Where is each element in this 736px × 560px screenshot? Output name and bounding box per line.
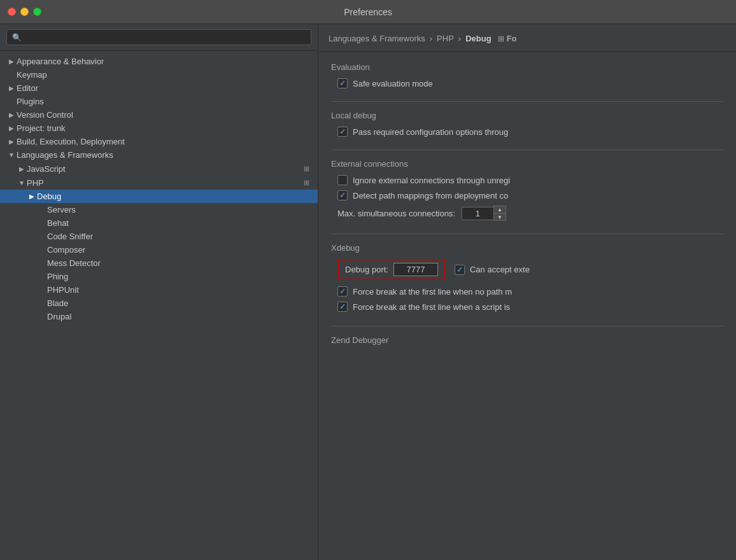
breadcrumb-partial: Fo	[507, 34, 517, 43]
safe-eval-label: Safe evaluation mode	[353, 79, 433, 88]
sidebar-item-label: Project: trunk	[17, 123, 66, 133]
sidebar-item-languages-frameworks[interactable]: ▼ Languages & Frameworks	[0, 148, 318, 162]
force-break-1-checkbox[interactable]	[337, 286, 348, 297]
max-simultaneous-row: Max. simultaneous connections: ▲ ▼	[331, 206, 723, 221]
spinner-down-button[interactable]: ▼	[494, 213, 506, 220]
zend-debugger-label: Zend Debugger	[331, 335, 723, 345]
external-connections-label: External connections	[331, 159, 723, 169]
sidebar-item-debug[interactable]: ▶ Debug	[0, 190, 318, 203]
sidebar-item-code-sniffer[interactable]: Code Sniffer	[0, 230, 318, 243]
sidebar: 🔍 ▶ Appearance & Behavior Keymap ▶ Edito…	[0, 24, 318, 560]
sidebar-item-composer[interactable]: Composer	[0, 243, 318, 256]
panel-header: Languages & Frameworks › PHP › Debug ⊞ F…	[318, 24, 736, 52]
debug-port-box: Debug port:	[337, 259, 446, 280]
detect-path-row: Detect path mappings from deployment co	[331, 190, 723, 200]
sidebar-item-label: Mess Detector	[47, 258, 101, 268]
sidebar-item-label: PHPUnit	[47, 285, 79, 295]
sidebar-item-appearance[interactable]: ▶ Appearance & Behavior	[0, 55, 318, 68]
pass-config-row: Pass required configuration options thro…	[331, 127, 723, 137]
safe-eval-checkbox[interactable]	[337, 78, 348, 88]
sidebar-item-label: Languages & Frameworks	[17, 150, 113, 160]
xdebug-section: Xdebug Debug port: Can accept exte For	[331, 243, 723, 313]
ignore-external-label: Ignore external connections through unre…	[353, 176, 510, 185]
breadcrumb-copy-icon: ⊞	[498, 34, 504, 43]
copy-icon: ⊞	[301, 178, 311, 188]
can-accept-label: Can accept exte	[470, 265, 530, 274]
sidebar-item-mess-detector[interactable]: Mess Detector	[0, 256, 318, 270]
max-sim-value[interactable]	[462, 207, 493, 220]
sidebar-item-phpunit[interactable]: PHPUnit	[0, 283, 318, 297]
debug-port-input[interactable]	[393, 263, 438, 276]
force-break-2-checkbox[interactable]	[337, 302, 348, 312]
sidebar-item-phing[interactable]: Phing	[0, 270, 318, 283]
local-debug-label: Local debug	[331, 111, 723, 120]
sidebar-item-label: Behat	[47, 218, 69, 228]
sidebar-item-blade[interactable]: Blade	[0, 297, 318, 310]
debug-port-label: Debug port:	[345, 265, 388, 274]
sidebar-item-label: Build, Execution, Deployment	[17, 137, 125, 146]
breadcrumb-sep1: ›	[430, 34, 432, 43]
sidebar-item-drupal[interactable]: Drupal	[0, 310, 318, 323]
close-button[interactable]	[8, 8, 16, 16]
maximize-button[interactable]	[33, 8, 41, 16]
force-break-2-row: Force break at the first line when a scr…	[331, 302, 723, 313]
force-break-2-label: Force break at the first line when a scr…	[353, 302, 510, 313]
main-content: 🔍 ▶ Appearance & Behavior Keymap ▶ Edito…	[0, 24, 736, 560]
breadcrumb-sep2: ›	[458, 34, 461, 43]
sidebar-item-version-control[interactable]: ▶ Version Control	[0, 108, 318, 122]
minimize-button[interactable]	[20, 8, 29, 16]
sidebar-item-label: JavaScript	[27, 164, 66, 174]
search-icon: 🔍	[12, 33, 22, 42]
sidebar-item-plugins[interactable]: Plugins	[0, 95, 318, 108]
max-sim-spinner[interactable]: ▲ ▼	[462, 206, 506, 221]
search-container[interactable]: 🔍	[6, 29, 311, 45]
expand-arrow-icon: ▼	[6, 151, 17, 158]
can-accept-checkbox[interactable]	[455, 265, 465, 275]
expand-arrow-icon: ▶	[6, 85, 17, 92]
max-sim-label: Max. simultaneous connections:	[337, 209, 455, 218]
sidebar-item-keymap[interactable]: Keymap	[0, 68, 318, 81]
xdebug-label: Xdebug	[331, 243, 723, 253]
sidebar-item-project-trunk[interactable]: ▶ Project: trunk	[0, 122, 318, 135]
external-connections-section: External connections Ignore external con…	[331, 159, 723, 221]
zend-debugger-section: Zend Debugger	[331, 335, 723, 345]
debug-port-row: Debug port: Can accept exte	[331, 259, 723, 280]
can-accept-row: Can accept exte	[455, 265, 530, 275]
expand-arrow-icon: ▶	[6, 111, 17, 118]
pass-config-label: Pass required configuration options thro…	[353, 127, 508, 137]
copy-icon: ⊞	[301, 164, 311, 174]
sidebar-item-editor[interactable]: ▶ Editor	[0, 81, 318, 95]
spinner-buttons: ▲ ▼	[493, 206, 506, 221]
local-debug-section: Local debug Pass required configuration …	[331, 111, 723, 137]
sidebar-item-label: PHP	[27, 178, 44, 188]
detect-path-checkbox[interactable]	[337, 190, 348, 200]
pass-config-checkbox[interactable]	[337, 127, 348, 137]
sidebar-item-servers[interactable]: Servers	[0, 203, 318, 216]
expand-arrow-icon: ▶	[6, 125, 17, 132]
expand-arrow-icon: ▶	[6, 58, 17, 65]
sidebar-item-label: Composer	[47, 245, 85, 255]
expand-arrow-icon: ▼	[17, 179, 27, 186]
sidebar-item-label: Drupal	[47, 312, 71, 321]
spinner-up-button[interactable]: ▲	[494, 206, 506, 213]
breadcrumb-part3: Debug	[465, 34, 491, 43]
expand-arrow-icon: ▶	[17, 165, 27, 172]
sidebar-item-label: Phing	[47, 272, 68, 281]
sidebar-item-php[interactable]: ▼ PHP ⊞	[0, 176, 318, 190]
sidebar-item-label: Appearance & Behavior	[17, 57, 104, 66]
window-title: Preferences	[344, 7, 392, 17]
sidebar-item-build-execution[interactable]: ▶ Build, Execution, Deployment	[0, 135, 318, 148]
sidebar-tree: ▶ Appearance & Behavior Keymap ▶ Editor …	[0, 51, 318, 560]
ignore-external-checkbox[interactable]	[337, 175, 348, 185]
expand-arrow-icon: ▶	[6, 138, 17, 145]
breadcrumb-part2: PHP	[437, 34, 454, 43]
force-break-1-label: Force break at the first line when no pa…	[353, 286, 512, 298]
force-break-1-row: Force break at the first line when no pa…	[331, 286, 723, 298]
sidebar-item-behat[interactable]: Behat	[0, 216, 318, 230]
sidebar-item-javascript[interactable]: ▶ JavaScript ⊞	[0, 162, 318, 176]
safe-eval-row: Safe evaluation mode	[331, 78, 723, 88]
detect-path-label: Detect path mappings from deployment co	[353, 191, 508, 200]
search-input[interactable]	[25, 32, 306, 42]
expand-arrow-icon: ▶	[27, 193, 37, 200]
title-bar: Preferences	[0, 0, 736, 24]
